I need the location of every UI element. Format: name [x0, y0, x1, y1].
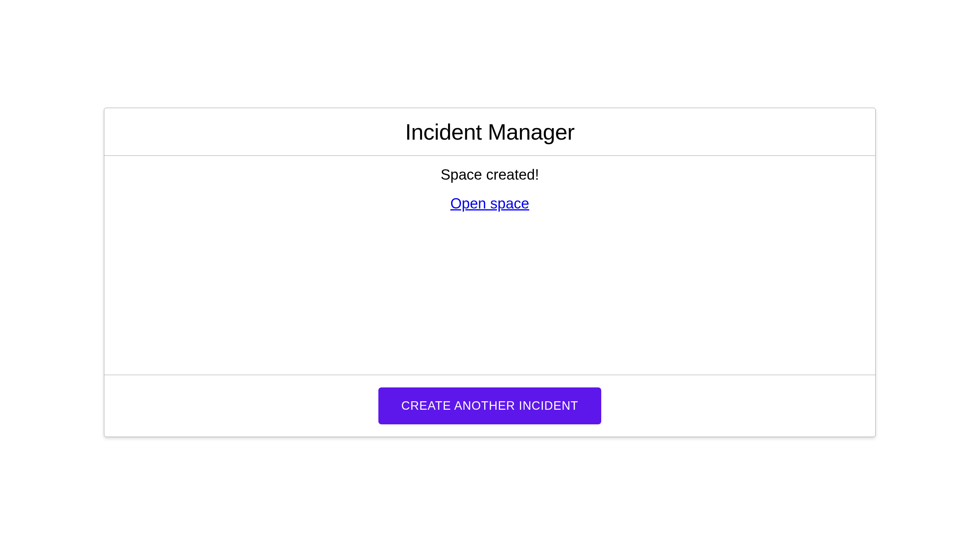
card-footer: CREATE ANOTHER INCIDENT: [104, 375, 875, 437]
status-message: Space created!: [441, 167, 539, 183]
page-title: Incident Manager: [112, 119, 868, 145]
open-space-link[interactable]: Open space: [450, 195, 529, 212]
card-header: Incident Manager: [104, 108, 875, 156]
card-body: Space created! Open space: [104, 156, 875, 375]
incident-manager-card: Incident Manager Space created! Open spa…: [104, 108, 876, 437]
create-another-incident-button[interactable]: CREATE ANOTHER INCIDENT: [378, 387, 602, 424]
